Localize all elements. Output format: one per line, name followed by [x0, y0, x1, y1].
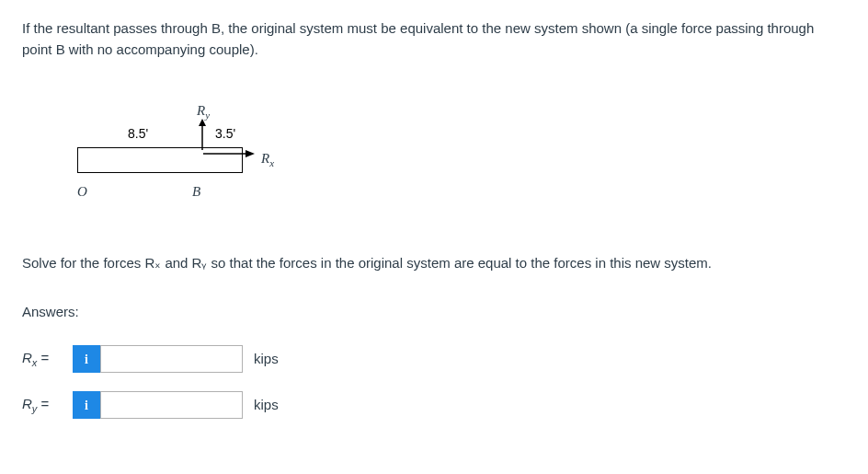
var-label-rx: Rx =: [22, 348, 73, 371]
answer-row-rx: Rx = i kips: [22, 345, 846, 373]
label-point-B: B: [192, 181, 200, 202]
label-point-O: O: [77, 181, 87, 202]
solve-text: Solve for the forces Rₓ and Rᵧ so that t…: [22, 253, 846, 274]
label-force-Rx: Rx: [261, 148, 274, 171]
ry-input[interactable]: [100, 391, 243, 419]
info-icon[interactable]: i: [73, 391, 100, 419]
info-icon[interactable]: i: [73, 345, 100, 373]
unit-label: kips: [254, 395, 279, 416]
answers-label: Answers:: [22, 302, 846, 323]
intro-text: If the resultant passes through B, the o…: [22, 18, 846, 60]
diagram: O B 8.5' 3.5' Ry Rx: [59, 97, 316, 207]
rx-input[interactable]: [100, 345, 243, 373]
label-dim-left: 8.5': [128, 124, 148, 144]
var-label-ry: Ry =: [22, 394, 73, 417]
label-dim-right: 3.5': [215, 124, 235, 144]
answer-row-ry: Ry = i kips: [22, 391, 846, 419]
svg-marker-3: [246, 150, 255, 157]
svg-marker-1: [199, 119, 206, 126]
unit-label: kips: [254, 349, 279, 370]
arrow-rx-icon: [201, 147, 257, 160]
